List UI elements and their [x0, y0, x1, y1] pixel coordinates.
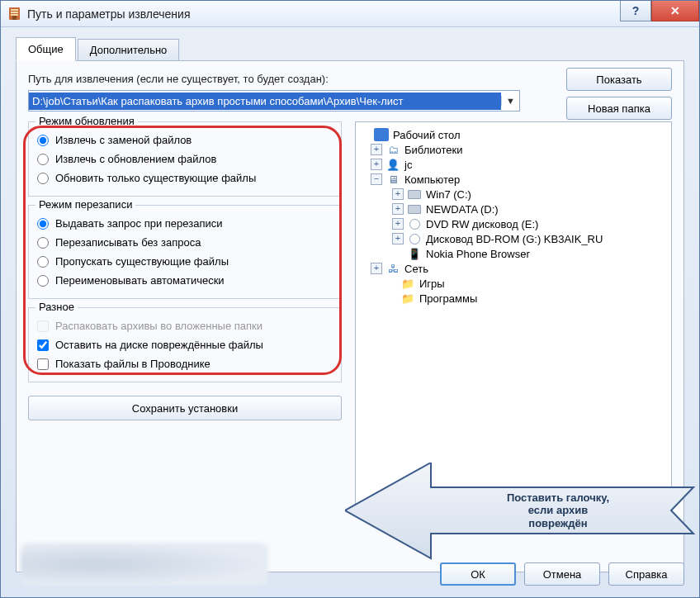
tree-node-user[interactable]: +👤jc	[359, 157, 668, 172]
tree-node-network[interactable]: +🖧Сеть	[359, 261, 668, 276]
save-settings-button[interactable]: Сохранить установки	[28, 396, 342, 420]
group-legend: Режим перезаписи	[35, 198, 135, 211]
extract-path-combobox[interactable]: D:\job\Статьи\Как распаковать архив прос…	[28, 90, 520, 112]
radio-ask-overwrite[interactable]: Выдавать запрос при перезаписи	[37, 214, 333, 233]
svg-rect-1	[11, 9, 18, 11]
group-overwrite-mode: Режим перезаписи Выдавать запрос при пер…	[28, 205, 342, 299]
folder-tree[interactable]: Рабочий стол +🗂Библиотеки +👤jc −🖥Компьют…	[355, 121, 672, 510]
expand-icon[interactable]: +	[392, 203, 404, 215]
group-legend: Режим обновления	[35, 115, 138, 127]
help-button[interactable]	[620, 1, 651, 21]
group-legend: Разное	[35, 301, 78, 313]
expand-icon[interactable]: +	[392, 218, 404, 230]
tab-general[interactable]: Общие	[16, 37, 76, 61]
radio-overwrite-noask[interactable]: Перезаписывать без запроса	[37, 233, 333, 252]
watermark-blur	[21, 543, 268, 586]
tab-advanced[interactable]: Дополнительно	[78, 39, 180, 63]
folder-icon: 📁	[400, 292, 415, 305]
dropdown-icon[interactable]: ▼	[501, 96, 519, 106]
tree-node-programs[interactable]: 📁Программы	[359, 291, 668, 306]
group-update-mode: Режим обновления Извлечь с заменой файло…	[28, 121, 342, 197]
folder-icon: 📁	[400, 277, 415, 290]
check-keep-broken[interactable]: Оставить на диске повреждённые файлы	[37, 335, 333, 354]
tree-node-drive-c[interactable]: +Win7 (C:)	[359, 187, 668, 202]
extract-path-value: D:\job\Статьи\Как распаковать архив прос…	[29, 93, 501, 110]
tab-panel: Показать Новая папка Путь для извлечения…	[16, 60, 684, 572]
tree-node-drive-g[interactable]: +Дисковод BD-ROM (G:) KB3AIK_RU	[359, 231, 668, 246]
show-button[interactable]: Показать	[566, 68, 672, 91]
check-show-explorer[interactable]: Показать файлы в Проводнике	[37, 354, 333, 373]
expand-icon[interactable]: +	[371, 159, 382, 170]
radio-extract-update[interactable]: Извлечь с обновлением файлов	[37, 150, 333, 168]
radio-skip-existing[interactable]: Пропускать существующие файлы	[37, 252, 333, 271]
tree-node-nokia[interactable]: 📱Nokia Phone Browser	[359, 246, 668, 261]
radio-rename-auto[interactable]: Переименовывать автоматически	[37, 271, 333, 290]
ok-button[interactable]: ОК	[440, 562, 516, 586]
collapse-icon[interactable]: −	[371, 173, 382, 185]
close-button[interactable]	[651, 1, 699, 21]
expand-icon[interactable]: +	[371, 263, 382, 274]
app-icon	[7, 7, 22, 21]
drive-icon	[407, 187, 422, 201]
window-title: Путь и параметры извлечения	[27, 7, 620, 21]
network-icon: 🖧	[385, 262, 400, 275]
dialog-window: Путь и параметры извлечения Общие Дополн…	[0, 0, 700, 598]
svg-rect-2	[11, 12, 18, 13]
user-icon: 👤	[385, 158, 400, 171]
tree-node-computer[interactable]: −🖥Компьютер	[359, 172, 668, 187]
callout-text: повреждён	[528, 517, 587, 530]
drive-icon	[407, 202, 422, 216]
group-misc: Разное Распаковать архивы во вложенные п…	[28, 307, 342, 382]
bdrom-icon	[407, 232, 422, 245]
radio-update-existing[interactable]: Обновить только существующие файлы	[37, 168, 333, 187]
dvd-icon	[407, 217, 422, 230]
tree-node-libraries[interactable]: +🗂Библиотеки	[359, 142, 668, 157]
tree-node-games[interactable]: 📁Игры	[359, 276, 668, 291]
libraries-icon: 🗂	[385, 143, 400, 156]
tree-node-desktop[interactable]: Рабочий стол	[359, 127, 668, 142]
cancel-button[interactable]: Отмена	[524, 562, 600, 586]
tab-strip: Общие Дополнительно	[16, 37, 684, 61]
desktop-icon	[374, 128, 389, 141]
check-extract-subfolders: Распаковать архивы во вложенные папки	[37, 316, 333, 335]
tree-node-drive-e[interactable]: +DVD RW дисковод (E:)	[359, 216, 668, 231]
expand-icon[interactable]: +	[371, 144, 382, 155]
radio-extract-replace[interactable]: Извлечь с заменой файлов	[37, 131, 333, 150]
phone-icon: 📱	[407, 247, 422, 260]
expand-icon[interactable]: +	[392, 188, 404, 200]
tree-node-drive-d[interactable]: +NEWDATA (D:)	[359, 202, 668, 216]
expand-icon[interactable]: +	[392, 233, 404, 244]
help-button[interactable]: Справка	[608, 562, 684, 586]
titlebar: Путь и параметры извлечения	[1, 1, 699, 27]
svg-rect-3	[11, 14, 18, 16]
new-folder-button[interactable]: Новая папка	[566, 97, 672, 120]
svg-rect-4	[12, 16, 17, 20]
computer-icon: 🖥	[385, 173, 400, 186]
